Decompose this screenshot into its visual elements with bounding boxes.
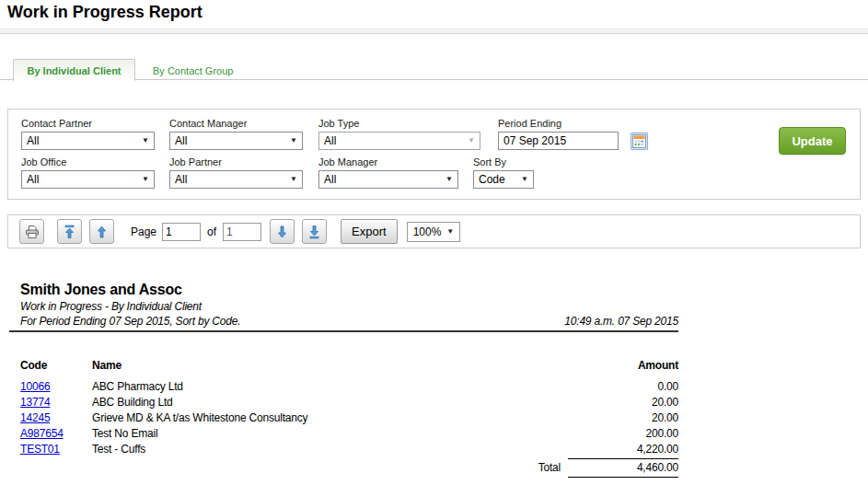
printer-icon (24, 224, 41, 240)
report-period-row: For Period Ending 07 Sep 2015, Sort by C… (9, 314, 678, 332)
amount-value: 0.00 (568, 380, 678, 396)
sort-by-label: Sort By (473, 156, 506, 167)
zoom-level-value: 100% (413, 225, 442, 238)
chevron-down-icon: ▼ (521, 176, 528, 183)
chevron-down-icon: ▼ (290, 176, 297, 183)
zoom-level-select[interactable]: 100% ▼ (407, 222, 461, 242)
current-page-input[interactable] (162, 223, 201, 241)
sort-by-select[interactable]: Code ▼ (473, 170, 534, 189)
client-name: ABC Pharmacy Ltd (92, 380, 568, 396)
contact-partner-label: Contact Partner (21, 118, 92, 129)
table-row: A987654 Test No Email 200.00 (9, 427, 678, 443)
work-in-progress-report-page: Work in Progress Report By Individual Cl… (0, 0, 868, 485)
period-ending-label: Period Ending (498, 118, 561, 129)
client-code-link[interactable]: 10066 (20, 380, 50, 393)
arrow-up-bar-icon (63, 225, 76, 239)
contact-manager-label: Contact Manager (169, 118, 247, 129)
table-row: 10066 ABC Pharmacy Ltd 0.00 (9, 380, 678, 396)
table-body: 10066 ABC Pharmacy Ltd 0.00 13774 ABC Bu… (9, 380, 678, 458)
table-row: TEST01 Test - Cuffs 4,220.00 (9, 443, 678, 458)
amount-value: 20.00 (568, 411, 678, 427)
chevron-down-icon: ▼ (446, 228, 454, 236)
job-office-select[interactable]: All ▼ (21, 170, 155, 189)
period-ending-input[interactable] (498, 132, 619, 150)
column-header-amount: Amount (568, 359, 678, 372)
client-code-link[interactable]: 14245 (20, 411, 50, 424)
report-timestamp: 10:49 a.m. 07 Sep 2015 (564, 314, 678, 329)
client-code-link[interactable]: 13774 (20, 396, 50, 409)
chevron-down-icon: ▼ (142, 137, 149, 144)
amount-value: 200.00 (568, 427, 678, 443)
total-pages-input[interactable] (223, 223, 261, 241)
contact-partner-select[interactable]: All ▼ (21, 132, 155, 150)
calendar-icon (632, 134, 646, 148)
print-button[interactable] (19, 219, 44, 244)
contact-manager-value: All (175, 134, 187, 147)
column-header-name: Name (92, 359, 568, 372)
chevron-down-icon: ▼ (468, 137, 475, 144)
total-amount: 4,460.00 (568, 458, 678, 478)
report-tabbar: By Individual Client By Contact Group (0, 59, 868, 80)
page-title: Work in Progress Report (7, 3, 203, 22)
calendar-picker-button[interactable] (631, 133, 648, 150)
amount-value: 4,220.00 (568, 443, 678, 458)
total-row: Total 4,460.00 (9, 458, 678, 478)
contact-partner-value: All (27, 134, 39, 147)
first-page-button[interactable] (57, 219, 82, 244)
table-row: 13774 ABC Building Ltd 20.00 (9, 396, 678, 411)
contact-manager-select[interactable]: All ▼ (169, 132, 303, 150)
client-name: Test - Cuffs (92, 443, 568, 458)
page-label: Page (131, 225, 156, 238)
amount-value: 20.00 (568, 396, 678, 411)
client-code-link[interactable]: TEST01 (20, 443, 60, 456)
job-partner-select[interactable]: All ▼ (169, 170, 303, 189)
job-partner-label: Job Partner (169, 156, 222, 167)
column-header-code: Code (20, 359, 92, 372)
job-type-label: Job Type (318, 118, 359, 129)
report-body: Smith Jones and Assoc Work in Progress -… (9, 281, 678, 478)
arrow-up-icon (95, 225, 109, 239)
job-manager-select[interactable]: All ▼ (318, 170, 458, 189)
update-button[interactable]: Update (779, 127, 846, 155)
table-row: 14245 Grieve MD & KA t/as Whitestone Con… (9, 411, 678, 427)
job-type-select: All ▼ (318, 132, 480, 150)
chevron-down-icon: ▼ (446, 176, 453, 183)
job-type-value: All (324, 134, 336, 147)
report-subtitle: Work in Progress - By Individual Client (9, 299, 678, 314)
job-office-value: All (27, 173, 39, 186)
client-name: ABC Building Ltd (92, 396, 568, 411)
job-manager-label: Job Manager (318, 156, 377, 167)
period-ending-text: For Period Ending 07 Sep 2015, Sort by C… (20, 314, 240, 329)
job-manager-value: All (324, 173, 336, 186)
filter-panel: Contact Partner All ▼ Contact Manager Al… (7, 109, 861, 200)
export-button[interactable]: Export (341, 219, 398, 244)
tab-by-contact-group[interactable]: By Contact Group (136, 61, 249, 80)
total-label: Total (538, 458, 561, 474)
title-divider (0, 29, 868, 34)
job-partner-value: All (175, 173, 187, 186)
chevron-down-icon: ▼ (142, 176, 149, 183)
tab-by-contact-group-label: By Contact Group (153, 65, 233, 76)
table-header-row: Code Name Amount (9, 359, 678, 372)
sort-by-value: Code (479, 173, 505, 186)
tab-by-individual-client[interactable]: By Individual Client (13, 59, 135, 81)
arrow-down-icon (275, 225, 289, 239)
arrow-down-bar-icon (307, 225, 321, 239)
company-name: Smith Jones and Assoc (9, 281, 678, 299)
chevron-down-icon: ▼ (290, 137, 297, 144)
of-label: of (207, 225, 216, 238)
job-office-label: Job Office (21, 156, 66, 167)
last-page-button[interactable] (302, 219, 327, 244)
tab-by-individual-client-label: By Individual Client (27, 65, 121, 76)
client-code-link[interactable]: A987654 (20, 427, 64, 440)
client-name: Test No Email (92, 427, 568, 443)
next-page-button[interactable] (270, 219, 295, 244)
client-name: Grieve MD & KA t/as Whitestone Consultan… (92, 411, 568, 427)
previous-page-button[interactable] (89, 219, 114, 244)
report-toolbar: Page of Export 100% ▼ (7, 214, 861, 248)
